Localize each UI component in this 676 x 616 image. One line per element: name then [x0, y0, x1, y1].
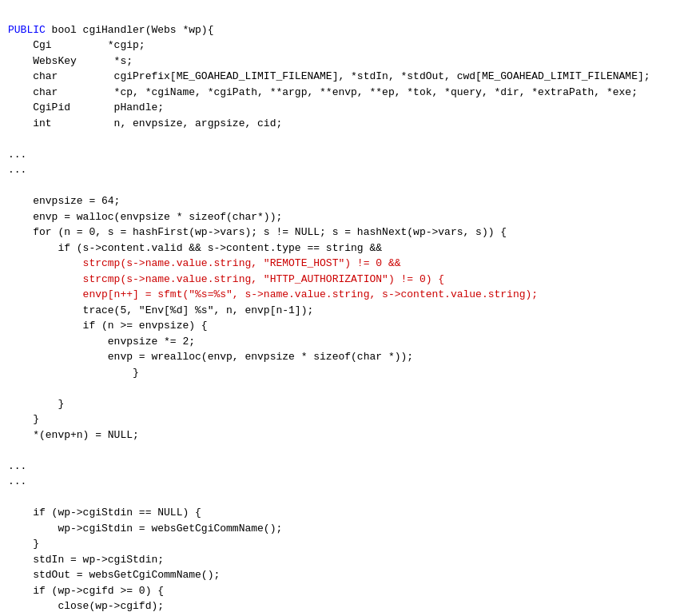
code-line: }: [0, 536, 676, 552]
code-line: *(envp+n) = NULL;: [0, 427, 676, 443]
code-line: envpsize *= 2;: [0, 334, 676, 350]
code-line: strcmp(s->name.value.string, "HTTP_AUTHO…: [0, 272, 676, 288]
code-line: }: [0, 396, 676, 412]
code-line: [0, 131, 676, 147]
code-line: envp = walloc(envpsize * sizeof(char*));: [0, 209, 676, 225]
code-line: trace(5, "Env[%d] %s", n, envp[n-1]);: [0, 303, 676, 319]
code-line: WebsKey *s;: [0, 54, 676, 70]
code-line: ...: [0, 147, 676, 163]
code-line: PUBLIC bool cgiHandler(Webs *wp){: [0, 22, 676, 38]
code-line: int n, envpsize, argpsize, cid;: [0, 116, 676, 132]
code-line: if (wp->cgifd >= 0) {: [0, 583, 676, 599]
code-line: ...: [0, 162, 676, 178]
code-line: if (s->content.valid && s->content.type …: [0, 240, 676, 256]
code-line: wp->cgiStdin = websGetCgiCommName();: [0, 521, 676, 537]
code-line: char *cp, *cgiName, *cgiPath, **argp, **…: [0, 85, 676, 101]
code-line: ...: [0, 459, 676, 475]
code-line: Cgi *cgip;: [0, 38, 676, 54]
code-line: }: [0, 365, 676, 381]
code-line: stdIn = wp->cgiStdin;: [0, 552, 676, 568]
code-line: char cgiPrefix[ME_GOAHEAD_LIMIT_FILENAME…: [0, 69, 676, 85]
code-line: envpsize = 64;: [0, 193, 676, 209]
code-line: close(wp->cgifd);: [0, 598, 676, 614]
code-line: stdOut = websGetCgiCommName();: [0, 567, 676, 583]
code-line: [0, 380, 676, 396]
code-line: if (n >= envpsize) {: [0, 318, 676, 334]
code-line: ...: [0, 474, 676, 490]
code-line: if (wp->cgiStdin == NULL) {: [0, 505, 676, 521]
code-line: CgiPid pHandle;: [0, 100, 676, 116]
code-view: PUBLIC bool cgiHandler(Webs *wp){ Cgi *c…: [0, 0, 676, 616]
code-line: [0, 178, 676, 194]
code-line: [0, 443, 676, 459]
code-line: for (n = 0, s = hashFirst(wp->vars); s !…: [0, 225, 676, 240]
code-line: envp = wrealloc(envp, envpsize * sizeof(…: [0, 349, 676, 365]
code-line: }: [0, 411, 676, 427]
code-line: envp[n++] = sfmt("%s=%s", s->name.value.…: [0, 287, 676, 303]
code-line: strcmp(s->name.value.string, "REMOTE_HOS…: [0, 256, 676, 272]
code-line: [0, 490, 676, 506]
